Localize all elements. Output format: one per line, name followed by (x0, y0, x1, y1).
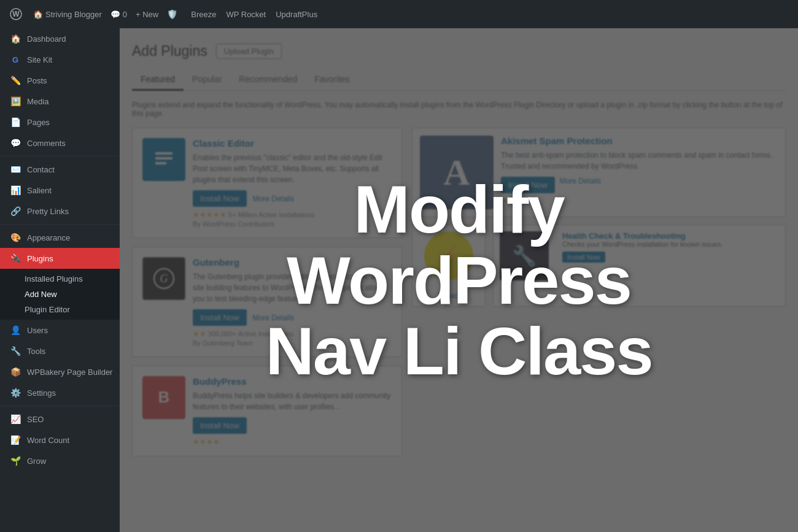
sidebar-item-settings[interactable]: ⚙️ Settings (0, 382, 120, 403)
overlay-title: ModifyWordPressNav Li Class (265, 174, 652, 387)
seo-icon: 📈 (10, 414, 21, 425)
grow-icon: 🌱 (10, 455, 21, 466)
menu-separator-1 (0, 156, 120, 156)
adminbar-site[interactable]: 🏠 Striving Blogger (33, 10, 102, 19)
comments-icon: 💬 (110, 10, 120, 19)
adminbar-new[interactable]: + New (136, 10, 158, 19)
main-content: Add Plugins Upload Plugin Featured Popul… (120, 28, 798, 532)
adminbar-wprocket[interactable]: WP Rocket (226, 10, 266, 19)
sidebar-item-appearance[interactable]: 🎨 Appearance (0, 227, 120, 248)
settings-icon: ⚙️ (10, 387, 21, 398)
submenu-installed-plugins[interactable]: Installed Plugins (0, 271, 120, 287)
sidebar-item-pretty-links[interactable]: 🔗 Pretty Links (0, 201, 120, 222)
sitekit-icon: G (10, 54, 21, 65)
posts-icon: ✏️ (10, 75, 21, 86)
adminbar-breeze[interactable]: Breeze (191, 10, 216, 19)
sidebar-item-plugins[interactable]: 🔌 Plugins (0, 248, 120, 269)
tools-icon: 🔧 (10, 345, 21, 357)
salient-icon: 📊 (10, 185, 21, 196)
comments-icon: 💬 (10, 137, 21, 148)
media-icon: 🖼️ (10, 96, 21, 107)
sidebar-item-seo[interactable]: 📈 SEO (0, 409, 120, 430)
menu-separator-2 (0, 224, 120, 225)
home-icon: 🏠 (33, 10, 43, 19)
menu-separator-3 (0, 406, 120, 406)
sidebar-item-word-count[interactable]: 📝 Word Count (0, 430, 120, 450)
adminbar-updraftplus[interactable]: UpdraftPlus (276, 10, 317, 19)
pages-icon: 📄 (10, 117, 21, 128)
users-icon: 👤 (10, 325, 21, 336)
pretty-links-icon: 🔗 (10, 206, 21, 217)
wp-admin-layout: 🏠 Dashboard G Site Kit ✏️ Posts 🖼️ Media… (0, 28, 798, 532)
svg-text:W: W (12, 10, 20, 18)
sidebar-item-tools[interactable]: 🔧 Tools (0, 341, 120, 361)
sidebar-item-wpbakery[interactable]: 📦 WPBakery Page Builder (0, 361, 120, 382)
sidebar-item-salient[interactable]: 📊 Salient (0, 180, 120, 201)
overlay: ModifyWordPressNav Li Class (120, 28, 798, 532)
appearance-icon: 🎨 (10, 232, 21, 243)
plugins-icon: 🔌 (10, 253, 21, 264)
sidebar-item-pages[interactable]: 📄 Pages (0, 112, 120, 133)
sidebar-item-contact[interactable]: ✉️ Contact (0, 159, 120, 180)
submenu-add-new[interactable]: Add New (0, 287, 120, 302)
sidebar-item-dashboard[interactable]: 🏠 Dashboard (0, 28, 120, 49)
sidebar-item-grow[interactable]: 🌱 Grow (0, 450, 120, 471)
plugins-submenu: Installed Plugins Add New Plugin Editor (0, 269, 120, 320)
submenu-plugin-editor[interactable]: Plugin Editor (0, 302, 120, 317)
admin-sidebar: 🏠 Dashboard G Site Kit ✏️ Posts 🖼️ Media… (0, 28, 120, 532)
adminbar-comments[interactable]: 💬 0 (110, 10, 127, 19)
adminbar-plugins: Breeze WP Rocket UpdraftPlus (191, 10, 317, 19)
sidebar-item-media[interactable]: 🖼️ Media (0, 91, 120, 112)
wpbakery-icon: 📦 (10, 366, 21, 377)
sidebar-item-sitekit[interactable]: G Site Kit (0, 49, 120, 70)
contact-icon: ✉️ (10, 164, 21, 175)
dashboard-icon: 🏠 (10, 33, 21, 44)
sidebar-item-comments[interactable]: 💬 Comments (0, 133, 120, 153)
sidebar-item-users[interactable]: 👤 Users (0, 320, 120, 341)
adminbar-shield[interactable]: 🛡️ (167, 9, 177, 19)
word-count-icon: 📝 (10, 434, 21, 445)
wp-logo: W (7, 6, 25, 23)
admin-bar: W 🏠 Striving Blogger 💬 0 + New 🛡️ Breeze… (0, 0, 798, 28)
sidebar-item-posts[interactable]: ✏️ Posts (0, 70, 120, 91)
